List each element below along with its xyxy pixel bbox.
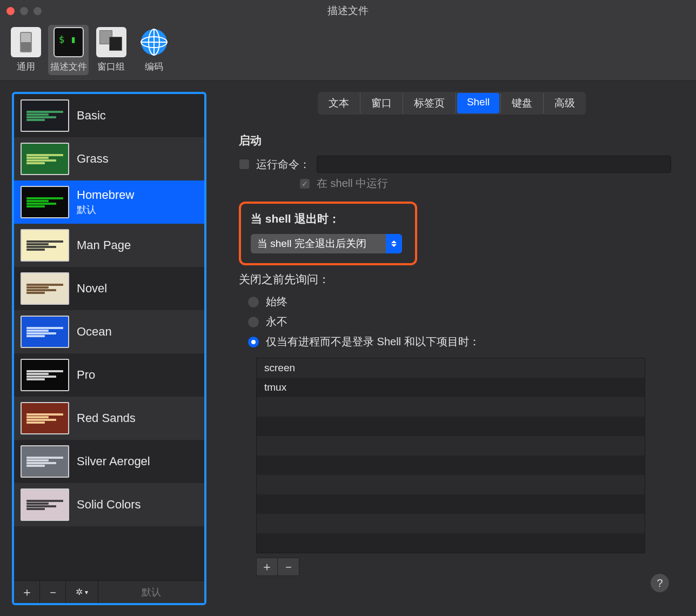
profile-item-pro[interactable]: Pro: [14, 353, 204, 397]
toolbar-general[interactable]: 通用: [5, 25, 46, 75]
profile-item-grass[interactable]: Grass: [14, 137, 204, 180]
profiles-footer: ＋ － ✲ ▾ 默认: [14, 580, 204, 603]
profile-name: Homebrew: [77, 188, 134, 202]
remove-profile-button[interactable]: －: [40, 581, 66, 603]
profile-thumb: [21, 272, 69, 305]
add-profile-button[interactable]: ＋: [14, 581, 40, 603]
on-shell-exit-popup[interactable]: 当 shell 完全退出后关闭: [251, 234, 402, 253]
process-row[interactable]: [257, 494, 645, 514]
profile-item-solid-colors[interactable]: Solid Colors: [14, 483, 204, 526]
profile-item-red-sands[interactable]: Red Sands: [14, 397, 204, 440]
profile-default-tag: 默认: [77, 203, 134, 216]
radio-dot: [247, 316, 259, 328]
radio-always[interactable]: 始终: [247, 294, 671, 309]
run-command-label: 运行命令：: [256, 157, 310, 172]
toolbar-window-groups[interactable]: 窗口组: [91, 25, 131, 75]
profile-item-ocean[interactable]: Ocean: [14, 310, 204, 353]
shell-tab-pane: 启动 运行命令： 在 shell 中运行 当 shell 退出时： 当 shel…: [219, 122, 684, 605]
tab-标签页[interactable]: 标签页: [404, 93, 454, 113]
run-in-shell-checkbox: [299, 178, 310, 189]
profile-item-man-page[interactable]: Man Page: [14, 224, 204, 267]
radio-dot-selected: [247, 336, 259, 348]
process-table-footer: ＋ －: [256, 558, 671, 576]
ask-before-close-label: 关闭之前先询问：: [239, 272, 671, 287]
general-icon: [11, 27, 41, 57]
run-command-field[interactable]: [317, 156, 671, 173]
profile-name: Basic: [77, 109, 106, 123]
radio-processes[interactable]: 仅当有进程而不是登录 Shell 和以下项目时：: [247, 334, 671, 349]
profile-name: Pro: [77, 368, 95, 382]
on-shell-exit-highlight: 当 shell 退出时： 当 shell 完全退出后关闭: [239, 202, 417, 265]
minimize-window-button[interactable]: [20, 7, 28, 15]
process-row[interactable]: [257, 456, 645, 475]
run-command-row: 运行命令：: [239, 156, 671, 173]
profile-thumb: [21, 229, 69, 262]
chevron-down-icon: ▾: [85, 588, 88, 596]
preferences-toolbar: 通用 描述文件 窗口组 编码: [0, 22, 696, 81]
process-row[interactable]: [257, 417, 645, 436]
tab-键盘[interactable]: 键盘: [502, 93, 542, 113]
run-in-shell-label: 在 shell 中运行: [317, 176, 388, 191]
profile-thumb: [21, 143, 69, 175]
toolbar-windows-label: 窗口组: [97, 61, 125, 73]
profile-actions-menu[interactable]: ✲ ▾: [66, 581, 98, 603]
main-content: BasicGrassHomebrew默认Man PageNovelOceanPr…: [0, 81, 696, 616]
globe-icon: [139, 27, 169, 57]
process-row[interactable]: [257, 397, 645, 417]
process-row[interactable]: screen: [257, 358, 645, 378]
process-row[interactable]: [257, 533, 645, 553]
run-command-checkbox[interactable]: [239, 159, 250, 170]
profile-item-basic[interactable]: Basic: [14, 94, 204, 137]
profile-name: Man Page: [77, 238, 131, 252]
tab-shell[interactable]: Shell: [457, 93, 499, 113]
profile-item-homebrew[interactable]: Homebrew默认: [14, 180, 204, 224]
profiles-list[interactable]: BasicGrassHomebrew默认Man PageNovelOceanPr…: [14, 94, 204, 580]
radio-never[interactable]: 永不: [247, 314, 671, 329]
titlebar: 描述文件: [0, 0, 696, 22]
on-shell-exit-label: 当 shell 退出时：: [251, 211, 405, 226]
profile-thumb: [21, 402, 69, 434]
window-groups-icon: [96, 27, 126, 57]
process-row[interactable]: [257, 475, 645, 494]
radio-processes-label: 仅当有进程而不是登录 Shell 和以下项目时：: [266, 334, 480, 349]
profiles-sidebar: BasicGrassHomebrew默认Man PageNovelOceanPr…: [12, 92, 206, 605]
remove-process-button[interactable]: －: [278, 558, 299, 576]
profile-thumb: [21, 99, 69, 132]
process-row[interactable]: [257, 436, 645, 456]
popup-updown-icon: [386, 234, 402, 253]
process-row[interactable]: tmux: [257, 378, 645, 397]
zoom-window-button[interactable]: [34, 7, 42, 15]
profile-thumb: [21, 445, 69, 478]
profile-name: Novel: [77, 282, 107, 296]
process-table[interactable]: screentmux: [256, 358, 645, 553]
ask-before-close-radios: 始终 永不 仅当有进程而不是登录 Shell 和以下项目时：: [247, 294, 671, 349]
add-process-button[interactable]: ＋: [256, 558, 278, 576]
tab-高级[interactable]: 高级: [545, 93, 585, 113]
window-title: 描述文件: [0, 4, 696, 18]
close-window-button[interactable]: [6, 7, 15, 15]
profile-name: Grass: [77, 152, 109, 166]
help-button[interactable]: ?: [651, 574, 669, 592]
toolbar-encoding[interactable]: 编码: [133, 25, 174, 75]
tab-窗口[interactable]: 窗口: [362, 93, 401, 113]
set-default-button[interactable]: 默认: [98, 581, 204, 603]
process-row[interactable]: [257, 514, 645, 533]
profile-name: Ocean: [77, 325, 112, 339]
profile-name: Solid Colors: [77, 498, 141, 512]
toolbar-profiles-label: 描述文件: [50, 61, 87, 73]
on-shell-exit-value: 当 shell 完全退出后关闭: [251, 237, 386, 251]
traffic-lights: [6, 7, 42, 15]
toolbar-profiles[interactable]: 描述文件: [48, 25, 89, 75]
profile-name: Silver Aerogel: [77, 454, 150, 468]
toolbar-general-label: 通用: [17, 61, 35, 73]
radio-never-label: 永不: [266, 314, 287, 329]
profile-name: Red Sands: [77, 411, 136, 425]
profile-tabs: 文本窗口标签页Shell键盘高级: [318, 92, 586, 115]
profile-item-silver-aerogel[interactable]: Silver Aerogel: [14, 440, 204, 483]
profile-item-novel[interactable]: Novel: [14, 267, 204, 310]
tab-文本[interactable]: 文本: [319, 93, 359, 113]
gear-icon: ✲: [76, 587, 83, 597]
profile-thumb: [21, 186, 69, 218]
toolbar-encoding-label: 编码: [145, 61, 163, 73]
profile-detail: 文本窗口标签页Shell键盘高级 启动 运行命令： 在 shell 中运行 当 …: [219, 92, 684, 605]
